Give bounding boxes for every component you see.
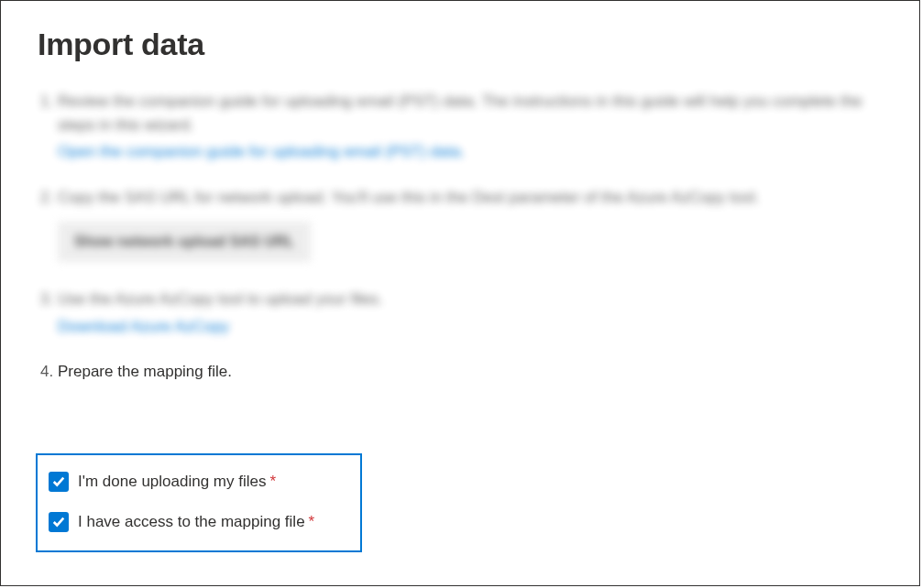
- show-sas-url-button[interactable]: Show network upload SAS URL: [58, 222, 311, 262]
- checkmark-icon: [52, 475, 65, 488]
- checkmark-icon: [52, 516, 65, 528]
- access-mapping-checkbox[interactable]: [49, 512, 69, 532]
- step-1-text: Review the companion guide for uploading…: [58, 93, 862, 134]
- checkbox-row-access-mapping: I have access to the mapping file *: [49, 512, 342, 532]
- step-4-text: Prepare the mapping file.: [58, 363, 232, 380]
- step-3: Use the Azure AzCopy tool to upload your…: [58, 288, 884, 338]
- step-1: Review the companion guide for uploading…: [58, 90, 884, 164]
- import-data-panel: Import data Review the companion guide f…: [0, 0, 920, 586]
- confirmation-checkbox-group: I'm done uploading my files * I have acc…: [36, 453, 362, 552]
- required-indicator: *: [309, 513, 315, 531]
- step-2: Copy the SAS URL for network upload. You…: [58, 186, 884, 267]
- step-3-text: Use the Azure AzCopy tool to upload your…: [58, 290, 382, 308]
- download-azcopy-link[interactable]: Download Azure AzCopy: [58, 315, 229, 339]
- done-uploading-label: I'm done uploading my files: [78, 473, 266, 491]
- page-title: Import data: [38, 27, 884, 62]
- companion-guide-link[interactable]: Open the companion guide for uploading e…: [58, 140, 465, 164]
- required-indicator: *: [269, 473, 276, 491]
- step-2-text: Copy the SAS URL for network upload. You…: [58, 189, 759, 206]
- checkbox-row-done-uploading: I'm done uploading my files *: [49, 472, 342, 492]
- done-uploading-checkbox[interactable]: [49, 472, 69, 492]
- step-4: Prepare the mapping file.: [58, 360, 884, 384]
- wizard-steps-list: Review the companion guide for uploading…: [38, 90, 884, 384]
- access-mapping-label: I have access to the mapping file: [78, 513, 305, 531]
